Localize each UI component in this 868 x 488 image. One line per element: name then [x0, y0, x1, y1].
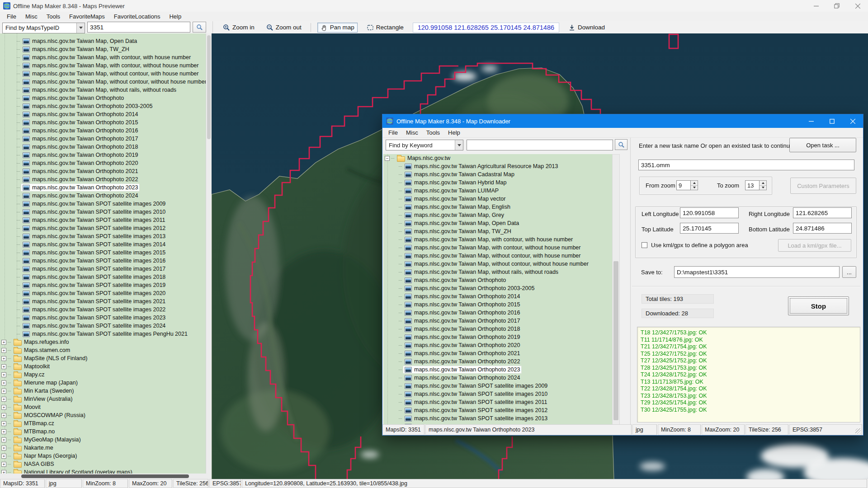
tree-item[interactable]: maps.nlsc.gov.tw Taiwan Map, English — [383, 203, 612, 211]
to-zoom-spinner[interactable]: 13 — [745, 180, 767, 190]
tree-item[interactable]: maps.nlsc.gov.tw Taiwan Orthophoto 2017 — [0, 135, 206, 143]
tree-vertical-scrollbar[interactable] — [206, 33, 212, 474]
tree-folder[interactable]: −Maps.nlsc.gov.tw — [383, 154, 612, 162]
resize-grip-icon[interactable] — [855, 428, 861, 434]
from-zoom-value[interactable]: 9 — [676, 180, 691, 190]
tree-item[interactable]: maps.nlsc.gov.tw Taiwan Orthophoto 2021 — [0, 167, 206, 175]
tree-item[interactable]: maps.nlsc.gov.tw Taiwan Map, with contou… — [0, 53, 206, 61]
open-task-button[interactable]: Open task ... — [789, 138, 856, 152]
tree-folder[interactable]: +Maptoolkit — [0, 362, 206, 371]
tree-folder[interactable]: +Maps.refuges.info — [0, 338, 206, 346]
map-sources-tree[interactable]: maps.nlsc.gov.tw Taiwan Map, Open Datama… — [0, 33, 206, 474]
dialog-search-input[interactable] — [467, 140, 613, 150]
tree-item[interactable]: maps.nlsc.gov.tw Taiwan Map, TW_ZH — [383, 227, 612, 235]
tree-item[interactable]: maps.nlsc.gov.tw Taiwan Orthophoto 2020 — [0, 159, 206, 167]
tree-item[interactable]: maps.nlsc.gov.tw Taiwan Map, with contou… — [383, 235, 612, 244]
tree-item[interactable]: maps.nlsc.gov.tw Taiwan Hybrid Map — [383, 178, 612, 187]
tree-folder[interactable]: +Moovit — [0, 403, 206, 411]
combo-dropdown-icon[interactable] — [455, 140, 463, 150]
tree-item[interactable]: maps.nlsc.gov.tw Taiwan SPOT satellite i… — [0, 232, 206, 240]
expand-icon[interactable]: + — [1, 470, 6, 474]
close-button[interactable] — [847, 0, 868, 12]
tree-item[interactable]: maps.nlsc.gov.tw Taiwan SPOT satellite i… — [383, 390, 612, 398]
expand-icon[interactable]: + — [1, 429, 6, 434]
bottom-latitude-input[interactable] — [793, 223, 852, 234]
menu-item-favoritelocations[interactable]: FavoriteLocations — [110, 13, 165, 20]
tree-item[interactable]: maps.nlsc.gov.tw Taiwan Orthophoto 2023 — [0, 183, 206, 192]
custom-parameters-button[interactable]: Custom Parameters — [790, 178, 856, 194]
tree-item[interactable]: maps.nlsc.gov.tw Taiwan SPOT satellite i… — [0, 289, 206, 297]
kml-checkbox[interactable] — [642, 242, 647, 248]
tree-item[interactable]: maps.nlsc.gov.tw Taiwan Orthophoto 2015 — [0, 118, 206, 127]
tree-item[interactable]: maps.nlsc.gov.tw Taiwan Map, with contou… — [383, 244, 612, 252]
kml-checkbox-label[interactable]: Use kml/gpx to define a polygon area — [651, 242, 748, 249]
dialog-tree-scrollbar[interactable] — [612, 154, 620, 425]
tree-folder[interactable]: +MTBmap.no — [0, 427, 206, 436]
tree-item[interactable]: maps.nlsc.gov.tw Taiwan Orthophoto 2021 — [383, 349, 612, 357]
tree-item[interactable]: maps.nlsc.gov.tw Taiwan Orthophoto 2014 — [383, 292, 612, 300]
dialog-titlebar[interactable]: Offline Map Maker 8.348 - Map Downloader — [382, 114, 863, 128]
tree-item[interactable]: maps.nlsc.gov.tw Taiwan SPOT satellite i… — [383, 398, 612, 406]
expand-icon[interactable]: + — [1, 446, 6, 450]
menu-item-help[interactable]: Help — [444, 129, 464, 136]
expand-icon[interactable]: + — [1, 356, 6, 361]
right-longitude-input[interactable] — [793, 207, 852, 218]
tree-folder[interactable]: +MinView (Australia) — [0, 395, 206, 403]
tree-item[interactable]: maps.nlsc.gov.tw Taiwan SPOT satellite i… — [0, 200, 206, 208]
tree-folder[interactable]: +NASA GIBS — [0, 460, 206, 468]
tree-item[interactable]: maps.nlsc.gov.tw Taiwan Orthophoto 2003-… — [383, 284, 612, 292]
dialog-search-button[interactable] — [615, 139, 627, 150]
minimize-button[interactable] — [806, 0, 826, 12]
task-name-input[interactable] — [638, 160, 854, 170]
expand-icon[interactable]: + — [1, 405, 6, 410]
tree-item[interactable]: maps.nlsc.gov.tw Taiwan Map vector — [383, 195, 612, 203]
expand-icon[interactable]: + — [1, 380, 6, 385]
rectangle-select-button[interactable]: Rectangle — [364, 23, 406, 32]
menu-item-help[interactable]: Help — [165, 13, 185, 20]
tree-item[interactable]: maps.nlsc.gov.tw Taiwan Orthophoto 2022 — [0, 175, 206, 183]
tree-folder[interactable]: +Nakarte.me — [0, 444, 206, 452]
expand-icon[interactable]: + — [1, 437, 6, 442]
dialog-close-button[interactable] — [842, 114, 863, 128]
tree-item[interactable]: maps.nlsc.gov.tw Taiwan SPOT satellite i… — [0, 216, 206, 224]
save-path-input[interactable] — [674, 266, 840, 278]
spinner-arrows[interactable] — [691, 180, 698, 190]
tree-item[interactable]: maps.nlsc.gov.tw Taiwan Map, without rai… — [383, 268, 612, 276]
combo-dropdown-icon[interactable] — [76, 23, 85, 33]
tree-item[interactable]: maps.nlsc.gov.tw Taiwan SPOT satellite i… — [383, 414, 612, 422]
menu-item-misc[interactable]: Misc — [21, 13, 42, 20]
tree-item[interactable]: maps.nlsc.gov.tw Taiwan Orthophoto 2023 — [383, 366, 612, 374]
tree-folder[interactable]: +MTBmap.cz — [0, 419, 206, 427]
expand-icon[interactable]: + — [1, 389, 6, 394]
stop-button[interactable]: Stop — [788, 296, 849, 315]
tree-item[interactable]: maps.nlsc.gov.tw Taiwan Orthophoto 2016 — [383, 309, 612, 317]
zoom-in-button[interactable]: Zoom in — [220, 23, 257, 32]
load-kml-button[interactable]: Load a kml/gpx file... — [778, 239, 851, 252]
pan-map-button[interactable]: Pan map — [317, 23, 358, 33]
collapse-icon[interactable]: − — [385, 156, 390, 161]
tree-item[interactable]: maps.nlsc.gov.tw Taiwan Map, without rai… — [0, 86, 206, 94]
download-button[interactable]: Download — [566, 23, 608, 32]
tree-item[interactable]: maps.nlsc.gov.tw Taiwan Orthophoto — [0, 94, 206, 102]
tree-item[interactable]: maps.nlsc.gov.tw Taiwan Orthophoto 2015 — [383, 300, 612, 309]
tree-item[interactable]: maps.nlsc.gov.tw Taiwan SPOT satellite i… — [0, 273, 206, 281]
dialog-map-tree[interactable]: −Maps.nlsc.gov.twmaps.nlsc.gov.tw Taiwan… — [383, 154, 612, 425]
left-longitude-input[interactable] — [680, 207, 739, 218]
tree-item[interactable]: maps.nlsc.gov.tw Taiwan Orthophoto 2017 — [383, 317, 612, 325]
tree-item[interactable]: maps.nlsc.gov.tw Taiwan Orthophoto 2024 — [383, 374, 612, 382]
tree-item[interactable]: maps.nlsc.gov.tw Taiwan Map, without con… — [383, 252, 612, 260]
dialog-maximize-button[interactable] — [821, 114, 842, 128]
dialog-minimize-button[interactable] — [801, 114, 821, 128]
menu-item-tools[interactable]: Tools — [42, 13, 64, 20]
expand-icon[interactable]: + — [1, 462, 6, 467]
tree-item[interactable]: maps.nlsc.gov.tw Taiwan Map, TW_ZH — [0, 45, 206, 53]
expand-icon[interactable]: + — [1, 372, 6, 377]
tree-item[interactable]: maps.nlsc.gov.tw Taiwan Map, without con… — [383, 260, 612, 268]
tree-item[interactable]: maps.nlsc.gov.tw Taiwan SPOT satellite i… — [0, 281, 206, 289]
expand-icon[interactable]: + — [1, 421, 6, 426]
tree-item[interactable]: maps.nlsc.gov.tw Taiwan Cadastral Map — [383, 170, 612, 178]
expand-icon[interactable]: + — [1, 348, 6, 353]
scrollbar-thumb[interactable] — [207, 35, 211, 139]
menu-item-tools[interactable]: Tools — [422, 129, 444, 136]
menu-item-misc[interactable]: Misc — [402, 129, 422, 136]
